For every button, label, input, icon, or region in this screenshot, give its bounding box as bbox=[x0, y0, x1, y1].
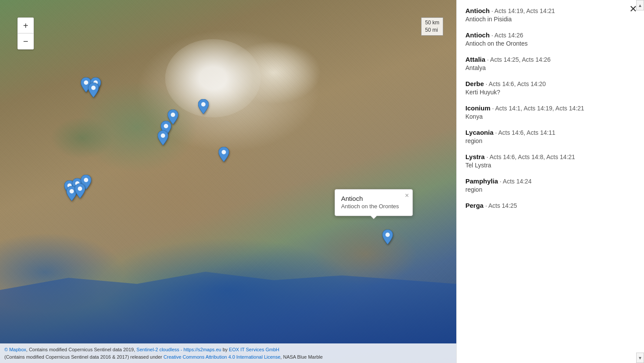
place-modern-name: Antalya bbox=[465, 64, 631, 71]
place-item: Perga· Acts 14:25 bbox=[465, 202, 631, 210]
attribution-text: © Mapbox, Contains modified Copernicus S… bbox=[4, 347, 323, 360]
mountain-snow bbox=[165, 39, 261, 117]
map-pin[interactable] bbox=[75, 183, 85, 200]
scale-mi: 50 mi bbox=[425, 27, 439, 34]
place-name: Lycaonia bbox=[465, 129, 493, 136]
map-attribution: © Mapbox, Contains modified Copernicus S… bbox=[0, 343, 456, 363]
map-area[interactable]: + − 50 km 50 mi bbox=[0, 0, 456, 363]
zoom-controls: + − bbox=[17, 17, 34, 50]
svg-point-3 bbox=[171, 113, 175, 117]
svg-point-10 bbox=[84, 178, 88, 182]
svg-point-11 bbox=[70, 189, 74, 193]
svg-point-4 bbox=[201, 102, 206, 107]
map-popup: × Antioch Antioch on the Orontes bbox=[335, 189, 413, 216]
svg-point-12 bbox=[78, 186, 82, 191]
place-refs: · Acts 14:19, Acts 14:21 bbox=[491, 7, 555, 14]
right-panel: ✕ ▲ Antioch· Acts 14:19, Acts 14:21Antio… bbox=[456, 0, 644, 363]
map-pin[interactable] bbox=[158, 130, 168, 147]
svg-point-2 bbox=[91, 86, 96, 90]
map-pin[interactable] bbox=[382, 230, 393, 246]
place-modern-name: Kerti Huyuk? bbox=[465, 89, 631, 96]
place-item: Antioch· Acts 14:26Antioch on the Oronte… bbox=[465, 31, 631, 47]
place-modern-name: Tel Lystra bbox=[465, 162, 631, 169]
place-refs: · Acts 14:6, Acts 14:20 bbox=[486, 80, 546, 87]
place-name: Antioch bbox=[465, 7, 490, 14]
mapbox-link[interactable]: © Mapbox bbox=[4, 347, 26, 352]
places-list[interactable]: Antioch· Acts 14:19, Acts 14:21Antioch i… bbox=[457, 0, 644, 363]
scroll-up-button[interactable]: ▲ bbox=[636, 0, 644, 10]
popup-subtitle: Antioch on the Orontes bbox=[341, 203, 399, 210]
cc-license-link[interactable]: Creative Commons Attribution 4.0 Interna… bbox=[163, 354, 280, 360]
place-item: Pamphylia· Acts 14:24region bbox=[465, 177, 631, 193]
scale-km: 50 km bbox=[425, 19, 439, 27]
svg-point-0 bbox=[84, 80, 88, 85]
eox-link[interactable]: EOX IT Services GmbH bbox=[229, 347, 279, 352]
zoom-in-button[interactable]: + bbox=[18, 18, 33, 33]
place-name: Attalia bbox=[465, 56, 485, 63]
place-item: Lystra· Acts 14:6, Acts 14:8, Acts 14:21… bbox=[465, 153, 631, 169]
s2maps-link[interactable]: Sentinel-2 cloudless - https://s2maps.eu bbox=[136, 347, 221, 352]
place-name: Perga bbox=[465, 202, 484, 209]
place-modern-name: Konya bbox=[465, 113, 631, 120]
zoom-out-button[interactable]: − bbox=[18, 33, 33, 49]
place-name: Iconium bbox=[465, 104, 491, 112]
place-name: Pamphylia bbox=[465, 177, 498, 185]
svg-point-5 bbox=[164, 124, 168, 128]
place-name: Derbe bbox=[465, 80, 484, 87]
place-modern-name: Antioch in Pisidia bbox=[465, 16, 631, 23]
place-refs: · Acts 14:25, Acts 14:26 bbox=[487, 56, 551, 63]
place-modern-name: region bbox=[465, 137, 631, 144]
place-refs: · Acts 14:6, Acts 14:8, Acts 14:21 bbox=[486, 153, 575, 160]
place-modern-name: region bbox=[465, 186, 631, 193]
map-pin[interactable] bbox=[219, 147, 229, 163]
place-modern-name: Antioch on the Orontes bbox=[465, 40, 631, 47]
svg-point-6 bbox=[161, 133, 165, 138]
scroll-down-button[interactable]: ▼ bbox=[636, 353, 644, 363]
place-name: Antioch bbox=[465, 31, 490, 39]
place-refs: · Acts 14:1, Acts 14:19, Acts 14:21 bbox=[492, 105, 584, 112]
place-item: Lycaonia· Acts 14:6, Acts 14:11region bbox=[465, 129, 631, 144]
svg-point-13 bbox=[385, 233, 390, 237]
map-pin[interactable] bbox=[88, 83, 99, 99]
popup-title: Antioch bbox=[341, 195, 399, 202]
place-refs: · Acts 14:25 bbox=[485, 202, 517, 209]
place-item: Iconium· Acts 14:1, Acts 14:19, Acts 14:… bbox=[465, 104, 631, 120]
place-name: Lystra bbox=[465, 153, 485, 160]
map-pin[interactable] bbox=[198, 99, 209, 116]
place-refs: · Acts 14:6, Acts 14:11 bbox=[495, 129, 555, 136]
scale-bar: 50 km 50 mi bbox=[421, 17, 443, 36]
popup-close-button[interactable]: × bbox=[405, 192, 409, 199]
place-item: Antioch· Acts 14:19, Acts 14:21Antioch i… bbox=[465, 7, 631, 23]
place-refs: · Acts 14:24 bbox=[500, 178, 531, 185]
place-item: Derbe· Acts 14:6, Acts 14:20Kerti Huyuk? bbox=[465, 80, 631, 96]
svg-point-7 bbox=[222, 150, 226, 154]
place-refs: · Acts 14:26 bbox=[491, 32, 523, 39]
place-item: Attalia· Acts 14:25, Acts 14:26Antalya bbox=[465, 56, 631, 71]
